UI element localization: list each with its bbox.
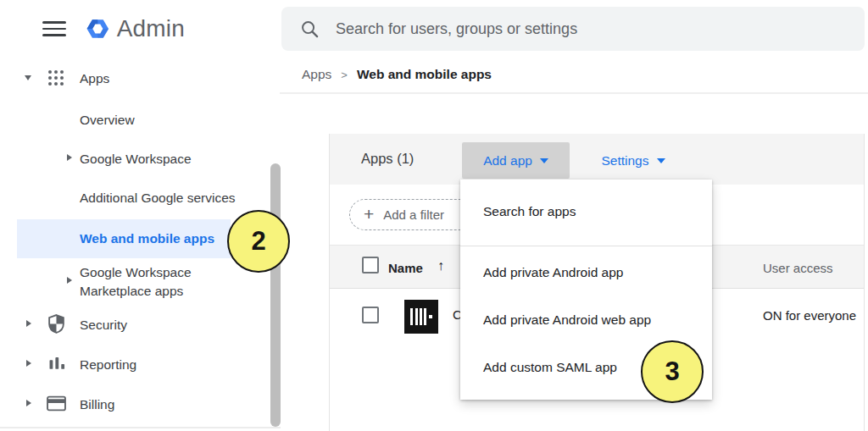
sidebar-item-google-workspace[interactable]: Google Workspace (80, 152, 192, 167)
sidebar-item-security[interactable]: Security (80, 318, 127, 333)
user-access-cell: ON for everyone (763, 308, 856, 323)
billing-expand-caret-icon[interactable] (26, 400, 31, 406)
security-expand-caret-icon[interactable] (26, 320, 31, 327)
apps-grid-icon (47, 69, 64, 86)
breadcrumb: Apps > Web and mobile apps (302, 67, 492, 82)
step-2-annotation: 2 (227, 210, 290, 273)
admin-logo[interactable]: Admin (85, 8, 185, 49)
app-logo-icon (404, 300, 438, 334)
step-3-annotation: 3 (641, 340, 704, 403)
menu-item-add-private-android-web-app[interactable]: Add private Android web app (460, 297, 712, 343)
product-name: Admin (117, 15, 185, 42)
menu-divider (460, 246, 712, 246)
shield-icon (47, 314, 65, 334)
column-header-user-access[interactable]: User access (763, 261, 833, 275)
sidebar-item-reporting[interactable]: Reporting (80, 357, 136, 373)
sidebar-item-additional-google-services[interactable]: Additional Google services (80, 191, 236, 206)
search-placeholder: Search for users, groups or settings (336, 20, 577, 38)
google-workspace-expand-caret-icon[interactable] (67, 154, 72, 161)
apps-count-label: Apps (1) (361, 151, 414, 167)
search-input[interactable]: Search for users, groups or settings (281, 7, 865, 51)
marketplace-expand-caret-icon[interactable] (67, 277, 72, 284)
reporting-expand-caret-icon[interactable] (26, 360, 31, 367)
sort-ascending-icon: ↑ (437, 258, 444, 274)
apps-collapse-caret-icon[interactable] (25, 75, 31, 80)
sidebar-bottom-divider (0, 427, 281, 428)
breadcrumb-separator: > (341, 69, 348, 81)
column-header-name[interactable]: Name (388, 261, 423, 275)
add-app-button[interactable]: Add app (462, 142, 570, 179)
select-all-checkbox[interactable] (362, 257, 379, 274)
breadcrumb-apps-link[interactable]: Apps (302, 67, 331, 82)
sidebar-item-overview[interactable]: Overview (80, 113, 135, 128)
google-admin-console: Admin Search for users, groups or settin… (0, 0, 868, 431)
bar-chart-icon (49, 356, 65, 372)
sidebar-item-billing[interactable]: Billing (80, 397, 114, 412)
add-app-dropdown-caret-icon (540, 158, 548, 163)
sidebar-item-web-and-mobile-apps[interactable]: Web and mobile apps (80, 231, 214, 246)
menu-item-add-private-android-app[interactable]: Add private Android app (460, 250, 712, 296)
row-checkbox[interactable] (362, 307, 379, 323)
plus-icon: + (364, 204, 374, 224)
credit-card-icon (47, 395, 66, 412)
search-icon (300, 19, 320, 39)
breadcrumb-current-page: Web and mobile apps (357, 67, 492, 82)
sidebar-scrollbar[interactable] (270, 163, 281, 427)
sidebar-item-marketplace-apps[interactable]: Google Workspace Marketplace apps (80, 263, 192, 301)
hamburger-menu-icon[interactable] (42, 21, 66, 36)
settings-button[interactable]: Settings (588, 142, 678, 179)
breadcrumb-divider (280, 92, 868, 94)
menu-item-search-for-apps[interactable]: Search for apps (460, 189, 712, 235)
admin-hexagon-icon (85, 9, 111, 48)
settings-dropdown-caret-icon (657, 158, 665, 163)
sidebar-item-apps[interactable]: Apps (80, 71, 109, 86)
